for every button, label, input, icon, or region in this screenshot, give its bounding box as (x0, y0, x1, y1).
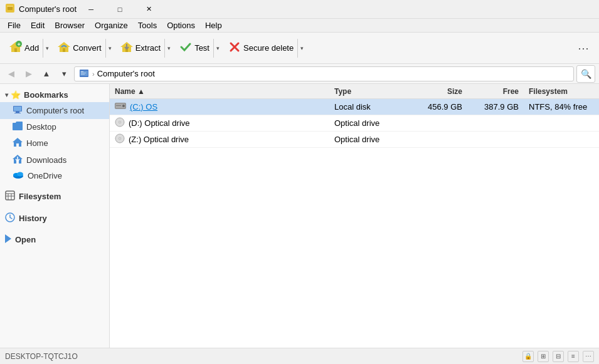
sidebar-item-desktop[interactable]: Desktop (0, 119, 109, 135)
machine-name: DESKTOP-TQTCJ1O (5, 352, 78, 361)
convert-button[interactable]: Convert (54, 36, 105, 60)
menu-options[interactable]: Options (162, 19, 200, 31)
col-free[interactable]: Free (467, 87, 524, 96)
convert-dropdown-button[interactable]: ▾ (106, 36, 114, 60)
breadcrumb-sep: › (92, 70, 95, 78)
breadcrumb-icon (80, 68, 90, 79)
add-dropdown-button[interactable]: ▾ (43, 36, 51, 60)
delete-button[interactable]: Secure delete (225, 36, 297, 60)
grid-icon[interactable]: ⊞ (538, 351, 549, 362)
back-button[interactable]: ◀ (4, 66, 19, 81)
col-name[interactable]: Name ▲ (110, 87, 329, 96)
filesystem-label: Filesystem (19, 192, 61, 201)
path-dropdown-button[interactable]: ▾ (56, 66, 72, 81)
svg-rect-25 (6, 191, 14, 200)
menu-edit[interactable]: Edit (26, 19, 50, 31)
titlebar: Computer's root ─ □ ✕ (0, 0, 599, 19)
add-group: + Add ▾ (5, 36, 52, 61)
svg-rect-19 (14, 113, 21, 113)
filelist: Name ▲ Type Size Free Filesystem (C:) OS (110, 84, 599, 348)
sidebar-filesystem-header[interactable]: Filesystem (0, 188, 109, 205)
app-icon (5, 3, 15, 15)
svg-point-24 (17, 172, 23, 177)
convert-arrow-icon: ▾ (109, 45, 112, 51)
svg-point-37 (119, 138, 120, 139)
table-row[interactable]: (Z:) Optical drive Optical drive (110, 132, 599, 148)
sidebar-item-onedrive-label: OneDrive (28, 171, 62, 180)
list-icon[interactable]: ≡ (568, 351, 579, 362)
toolbar-more-button[interactable]: ⋯ (573, 39, 594, 58)
svg-marker-27 (5, 234, 11, 243)
extract-label: Extract (135, 43, 161, 53)
table-row[interactable]: (C:) OS Local disk 456.9 GB 387.9 GB NTF… (110, 99, 599, 115)
computer-icon (13, 105, 23, 117)
menu-browser[interactable]: Browser (50, 19, 90, 31)
test-button[interactable]: Test (176, 36, 213, 60)
test-dropdown-button[interactable]: ▾ (214, 36, 222, 60)
sidebar-bookmarks-header[interactable]: ▾ ⭐ Bookmarks (0, 88, 109, 102)
filelist-header: Name ▲ Type Size Free Filesystem (110, 84, 599, 99)
svg-rect-18 (16, 112, 19, 113)
svg-rect-8 (63, 48, 65, 52)
col-size[interactable]: Size (411, 87, 467, 96)
test-arrow-icon: ▾ (216, 45, 220, 51)
menu-organize[interactable]: Organize (90, 19, 133, 31)
file-name-c: (C:) OS (110, 101, 329, 112)
delete-dropdown-button[interactable]: ▾ (298, 36, 306, 60)
statusbar: DESKTOP-TQTCJ1O 🔒 ⊞ ⊟ ≡ ⋯ (0, 348, 599, 364)
sidebar-item-onedrive[interactable]: OneDrive (0, 169, 109, 183)
sidebar-open-header[interactable]: Open (0, 232, 109, 247)
search-button[interactable]: 🔍 (576, 65, 595, 83)
bookmarks-expand-icon: ▾ (5, 91, 8, 98)
sidebar-item-desktop-label: Desktop (26, 122, 56, 132)
sidebar-item-home-label: Home (26, 138, 48, 148)
more-status-icon[interactable]: ⋯ (583, 351, 594, 362)
filesystem-icon (5, 190, 15, 202)
maximize-button[interactable]: □ (105, 0, 134, 19)
file-fs-c: NTFS, 84% free (524, 102, 599, 112)
open-icon (5, 234, 11, 245)
sidebar: ▾ ⭐ Bookmarks Computer's root Deskt (0, 84, 110, 348)
col-type[interactable]: Type (329, 87, 411, 96)
svg-point-30 (122, 105, 125, 107)
extract-dropdown-button[interactable]: ▾ (165, 36, 173, 60)
minimize-button[interactable]: ─ (77, 0, 105, 19)
extract-button[interactable]: Extract (117, 36, 164, 60)
open-label: Open (15, 235, 36, 244)
menu-tools[interactable]: Tools (133, 19, 162, 31)
svg-text:+: + (18, 41, 21, 48)
forward-button[interactable]: ▶ (21, 66, 36, 81)
extract-group: Extract ▾ (116, 36, 174, 61)
sidebar-item-downloads-label: Downloads (26, 155, 66, 165)
convert-group: Convert ▾ (53, 36, 115, 61)
add-arrow-icon: ▾ (46, 45, 49, 51)
col-filesystem[interactable]: Filesystem (524, 87, 599, 96)
table-row[interactable]: (D:) Optical drive Optical drive (110, 115, 599, 132)
close-button[interactable]: ✕ (134, 0, 163, 19)
up-button[interactable]: ▲ (39, 66, 54, 81)
home-icon (13, 137, 23, 149)
delete-group: Secure delete ▾ (224, 36, 307, 61)
optical-icon-z (115, 133, 125, 145)
extract-arrow-icon: ▾ (167, 45, 171, 51)
grid2-icon[interactable]: ⊟ (553, 351, 564, 362)
optical-icon-d (115, 117, 125, 129)
add-label: Add (24, 43, 39, 53)
lock-icon[interactable]: 🔒 (522, 351, 534, 362)
download-icon (13, 154, 23, 166)
svg-rect-31 (116, 105, 121, 106)
menu-help[interactable]: Help (200, 19, 227, 31)
sidebar-item-home[interactable]: Home (0, 135, 109, 152)
sidebar-item-downloads[interactable]: Downloads (0, 152, 109, 169)
onedrive-icon (13, 171, 24, 180)
sidebar-item-computers-root[interactable]: Computer's root (0, 102, 109, 119)
delete-label: Secure delete (243, 43, 294, 53)
add-button[interactable]: + Add (6, 36, 43, 60)
test-label: Test (194, 43, 209, 53)
menu-file[interactable]: File (3, 19, 26, 31)
folder-desktop-icon (13, 122, 23, 132)
address-box: › Computer's root (74, 66, 574, 81)
file-free-c: 387.9 GB (467, 102, 524, 112)
sidebar-history-header[interactable]: History (0, 210, 109, 227)
titlebar-title: Computer's root (19, 4, 77, 14)
